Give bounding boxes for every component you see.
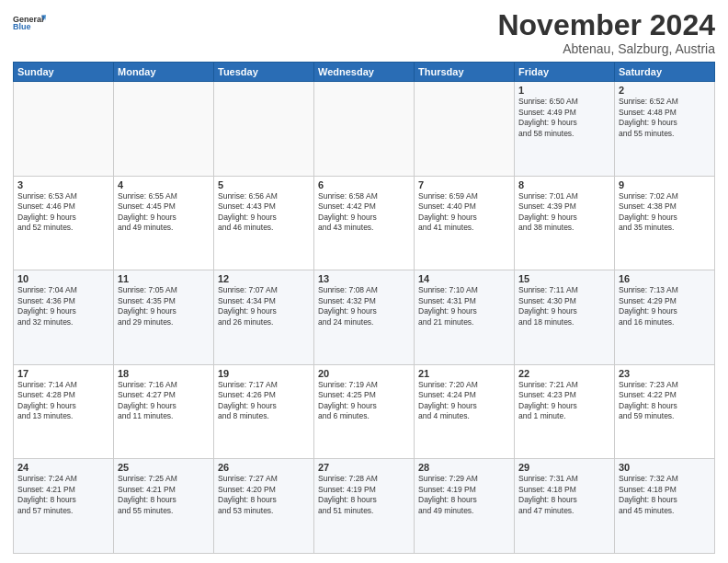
day-number: 20 xyxy=(318,368,410,379)
weekday-header-saturday: Saturday xyxy=(615,63,715,82)
day-info: Sunrise: 7:11 AM Sunset: 4:30 PM Dayligh… xyxy=(518,285,610,327)
day-info: Sunrise: 7:20 AM Sunset: 4:24 PM Dayligh… xyxy=(418,380,510,422)
calendar-day: 3Sunrise: 6:53 AM Sunset: 4:46 PM Daylig… xyxy=(14,176,114,270)
day-info: Sunrise: 7:29 AM Sunset: 4:19 PM Dayligh… xyxy=(418,474,510,516)
day-number: 19 xyxy=(218,368,310,379)
day-info: Sunrise: 7:01 AM Sunset: 4:39 PM Dayligh… xyxy=(518,191,610,234)
calendar-day: 12Sunrise: 7:07 AM Sunset: 4:34 PM Dayli… xyxy=(214,270,314,365)
calendar-day: 2Sunrise: 6:52 AM Sunset: 4:48 PM Daylig… xyxy=(615,82,715,177)
day-info: Sunrise: 6:58 AM Sunset: 4:42 PM Dayligh… xyxy=(318,191,410,234)
calendar-table: SundayMondayTuesdayWednesdayThursdayFrid… xyxy=(13,62,715,554)
day-info: Sunrise: 7:31 AM Sunset: 4:18 PM Dayligh… xyxy=(518,474,610,516)
day-number: 25 xyxy=(118,462,210,473)
calendar-day: 14Sunrise: 7:10 AM Sunset: 4:31 PM Dayli… xyxy=(415,270,515,365)
page: General Blue November 2024 Abtenau, Salz… xyxy=(0,0,728,563)
calendar-week-4: 17Sunrise: 7:14 AM Sunset: 4:28 PM Dayli… xyxy=(14,364,715,459)
day-info: Sunrise: 7:14 AM Sunset: 4:28 PM Dayligh… xyxy=(17,380,109,422)
day-number: 23 xyxy=(619,368,711,379)
calendar-day: 29Sunrise: 7:31 AM Sunset: 4:18 PM Dayli… xyxy=(515,459,615,554)
day-number: 8 xyxy=(518,179,610,190)
day-number: 9 xyxy=(619,179,711,190)
day-info: Sunrise: 7:23 AM Sunset: 4:22 PM Dayligh… xyxy=(619,380,711,422)
calendar-day: 25Sunrise: 7:25 AM Sunset: 4:21 PM Dayli… xyxy=(114,459,214,554)
calendar-day xyxy=(415,82,515,177)
weekday-header-friday: Friday xyxy=(515,63,615,82)
day-number: 30 xyxy=(619,462,711,473)
day-info: Sunrise: 7:13 AM Sunset: 4:29 PM Dayligh… xyxy=(619,285,711,327)
calendar-day: 21Sunrise: 7:20 AM Sunset: 4:24 PM Dayli… xyxy=(415,364,515,459)
calendar-day: 15Sunrise: 7:11 AM Sunset: 4:30 PM Dayli… xyxy=(515,270,615,365)
svg-text:Blue: Blue xyxy=(13,22,31,31)
day-info: Sunrise: 6:59 AM Sunset: 4:40 PM Dayligh… xyxy=(418,191,510,234)
day-number: 16 xyxy=(619,273,711,284)
day-number: 4 xyxy=(118,179,210,190)
calendar-header-row: SundayMondayTuesdayWednesdayThursdayFrid… xyxy=(14,63,715,82)
day-number: 15 xyxy=(518,273,610,284)
day-info: Sunrise: 7:05 AM Sunset: 4:35 PM Dayligh… xyxy=(118,285,210,327)
weekday-header-monday: Monday xyxy=(114,63,214,82)
weekday-header-tuesday: Tuesday xyxy=(214,63,314,82)
calendar-day: 24Sunrise: 7:24 AM Sunset: 4:21 PM Dayli… xyxy=(14,459,114,554)
day-number: 5 xyxy=(218,179,310,190)
day-info: Sunrise: 6:52 AM Sunset: 4:48 PM Dayligh… xyxy=(619,97,711,139)
day-number: 12 xyxy=(218,273,310,284)
calendar-day: 10Sunrise: 7:04 AM Sunset: 4:36 PM Dayli… xyxy=(14,270,114,365)
calendar-week-2: 3Sunrise: 6:53 AM Sunset: 4:46 PM Daylig… xyxy=(14,176,715,270)
day-number: 13 xyxy=(318,273,410,284)
day-number: 3 xyxy=(17,179,109,190)
weekday-header-sunday: Sunday xyxy=(14,63,114,82)
day-info: Sunrise: 7:21 AM Sunset: 4:23 PM Dayligh… xyxy=(518,380,610,422)
day-info: Sunrise: 7:04 AM Sunset: 4:36 PM Dayligh… xyxy=(17,285,109,327)
calendar-day: 20Sunrise: 7:19 AM Sunset: 4:25 PM Dayli… xyxy=(314,364,415,459)
calendar-day: 22Sunrise: 7:21 AM Sunset: 4:23 PM Dayli… xyxy=(515,364,615,459)
day-number: 1 xyxy=(518,85,610,96)
calendar-day: 28Sunrise: 7:29 AM Sunset: 4:19 PM Dayli… xyxy=(415,459,515,554)
weekday-header-thursday: Thursday xyxy=(415,63,515,82)
day-info: Sunrise: 7:16 AM Sunset: 4:27 PM Dayligh… xyxy=(118,380,210,422)
calendar-day: 16Sunrise: 7:13 AM Sunset: 4:29 PM Dayli… xyxy=(615,270,715,365)
logo-icon: General Blue xyxy=(13,13,46,33)
day-info: Sunrise: 7:32 AM Sunset: 4:18 PM Dayligh… xyxy=(619,474,711,516)
calendar-day: 8Sunrise: 7:01 AM Sunset: 4:39 PM Daylig… xyxy=(515,176,615,270)
day-number: 11 xyxy=(118,273,210,284)
day-info: Sunrise: 7:17 AM Sunset: 4:26 PM Dayligh… xyxy=(218,380,310,422)
day-info: Sunrise: 7:07 AM Sunset: 4:34 PM Dayligh… xyxy=(218,285,310,327)
weekday-header-wednesday: Wednesday xyxy=(314,63,415,82)
day-info: Sunrise: 6:55 AM Sunset: 4:45 PM Dayligh… xyxy=(118,191,210,234)
calendar-day: 5Sunrise: 6:56 AM Sunset: 4:43 PM Daylig… xyxy=(214,176,314,270)
header: General Blue November 2024 Abtenau, Salz… xyxy=(13,9,715,56)
day-info: Sunrise: 7:28 AM Sunset: 4:19 PM Dayligh… xyxy=(318,474,410,516)
day-number: 10 xyxy=(17,273,109,284)
day-number: 2 xyxy=(619,85,711,96)
calendar-day: 23Sunrise: 7:23 AM Sunset: 4:22 PM Dayli… xyxy=(615,364,715,459)
calendar-day xyxy=(314,82,415,177)
month-title: November 2024 xyxy=(497,9,715,41)
day-info: Sunrise: 7:24 AM Sunset: 4:21 PM Dayligh… xyxy=(17,474,109,516)
calendar-day: 11Sunrise: 7:05 AM Sunset: 4:35 PM Dayli… xyxy=(114,270,214,365)
calendar-day: 27Sunrise: 7:28 AM Sunset: 4:19 PM Dayli… xyxy=(314,459,415,554)
calendar-day: 1Sunrise: 6:50 AM Sunset: 4:49 PM Daylig… xyxy=(515,82,615,177)
calendar-day xyxy=(14,82,114,177)
day-number: 7 xyxy=(418,179,510,190)
calendar-day: 13Sunrise: 7:08 AM Sunset: 4:32 PM Dayli… xyxy=(314,270,415,365)
day-number: 14 xyxy=(418,273,510,284)
day-number: 6 xyxy=(318,179,410,190)
day-info: Sunrise: 6:56 AM Sunset: 4:43 PM Dayligh… xyxy=(218,191,310,234)
day-number: 17 xyxy=(17,368,109,379)
calendar-day: 6Sunrise: 6:58 AM Sunset: 4:42 PM Daylig… xyxy=(314,176,415,270)
calendar-week-3: 10Sunrise: 7:04 AM Sunset: 4:36 PM Dayli… xyxy=(14,270,715,365)
calendar-day: 19Sunrise: 7:17 AM Sunset: 4:26 PM Dayli… xyxy=(214,364,314,459)
logo: General Blue xyxy=(13,13,46,33)
day-info: Sunrise: 7:02 AM Sunset: 4:38 PM Dayligh… xyxy=(619,191,711,234)
calendar-day: 30Sunrise: 7:32 AM Sunset: 4:18 PM Dayli… xyxy=(615,459,715,554)
day-number: 24 xyxy=(17,462,109,473)
day-info: Sunrise: 6:50 AM Sunset: 4:49 PM Dayligh… xyxy=(518,97,610,139)
day-info: Sunrise: 7:10 AM Sunset: 4:31 PM Dayligh… xyxy=(418,285,510,327)
day-number: 18 xyxy=(118,368,210,379)
day-number: 21 xyxy=(418,368,510,379)
day-number: 29 xyxy=(518,462,610,473)
day-number: 28 xyxy=(418,462,510,473)
day-info: Sunrise: 7:25 AM Sunset: 4:21 PM Dayligh… xyxy=(118,474,210,516)
day-number: 26 xyxy=(218,462,310,473)
location: Abtenau, Salzburg, Austria xyxy=(497,41,715,56)
